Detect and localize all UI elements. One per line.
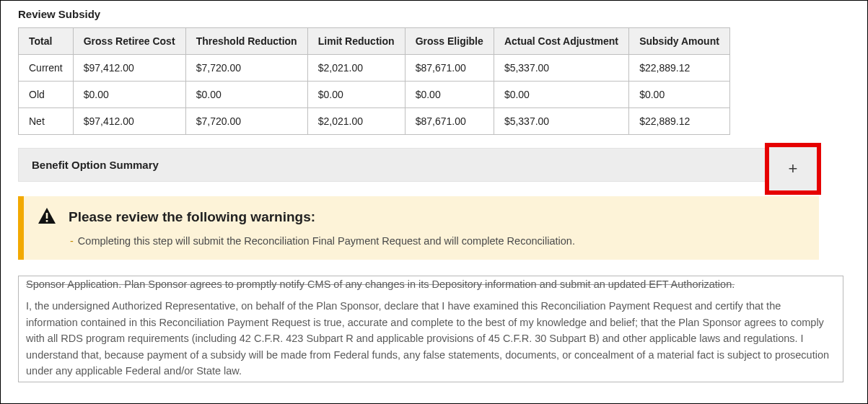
warning-panel: Please review the following warnings: -C… — [18, 196, 819, 260]
benefit-option-summary-bar[interactable]: Benefit Option Summary — [18, 148, 815, 182]
cell: $22,889.12 — [629, 55, 730, 82]
certification-text-panel[interactable]: Sponsor Application. Plan Sponsor agrees… — [18, 276, 843, 382]
cell: $0.00 — [629, 82, 730, 108]
th-total: Total — [19, 28, 74, 55]
th-gross-eligible: Gross Eligible — [405, 28, 494, 55]
certification-body: I, the undersigned Authorized Representa… — [26, 298, 833, 379]
cell: $0.00 — [405, 82, 494, 108]
cell: $97,412.00 — [73, 108, 185, 135]
table-row: Old $0.00 $0.00 $0.00 $0.00 $0.00 $0.00 — [19, 82, 730, 108]
cell: $5,337.00 — [494, 55, 628, 82]
cell: $0.00 — [307, 82, 405, 108]
cell: $22,889.12 — [629, 108, 730, 135]
table-row: Current $97,412.00 $7,720.00 $2,021.00 $… — [19, 55, 730, 82]
warning-title: Please review the following warnings: — [69, 209, 315, 225]
row-label: Current — [19, 55, 74, 82]
row-label: Old — [19, 82, 74, 108]
warning-icon — [38, 208, 56, 227]
review-subsidy-title: Review Subsidy — [18, 8, 850, 20]
th-gross-retiree-cost: Gross Retiree Cost — [73, 28, 185, 55]
th-actual-cost-adjustment: Actual Cost Adjustment — [494, 28, 628, 55]
review-subsidy-table: Total Gross Retiree Cost Threshold Reduc… — [18, 27, 730, 135]
th-limit-reduction: Limit Reduction — [307, 28, 405, 55]
cell: $0.00 — [185, 82, 307, 108]
benefit-option-summary-label: Benefit Option Summary — [32, 159, 159, 171]
svg-rect-1 — [46, 220, 48, 222]
svg-rect-0 — [46, 213, 48, 219]
cell: $2,021.00 — [307, 108, 405, 135]
expand-benefit-option-button[interactable]: + — [765, 143, 821, 195]
cell: $87,671.00 — [405, 55, 494, 82]
cell: $0.00 — [494, 82, 628, 108]
cell: $87,671.00 — [405, 108, 494, 135]
cell: $0.00 — [73, 82, 185, 108]
cell: $97,412.00 — [73, 55, 185, 82]
certification-prior-line: Sponsor Application. Plan Sponsor agrees… — [26, 276, 833, 292]
warning-item: -Completing this step will submit the Re… — [70, 235, 805, 247]
cell: $7,720.00 — [185, 108, 307, 135]
plus-icon: + — [789, 161, 798, 177]
cell: $5,337.00 — [494, 108, 628, 135]
cell: $7,720.00 — [185, 55, 307, 82]
table-row: Net $97,412.00 $7,720.00 $2,021.00 $87,6… — [19, 108, 730, 135]
row-label: Net — [19, 108, 74, 135]
th-threshold-reduction: Threshold Reduction — [185, 28, 307, 55]
th-subsidy-amount: Subsidy Amount — [629, 28, 730, 55]
cell: $2,021.00 — [307, 55, 405, 82]
